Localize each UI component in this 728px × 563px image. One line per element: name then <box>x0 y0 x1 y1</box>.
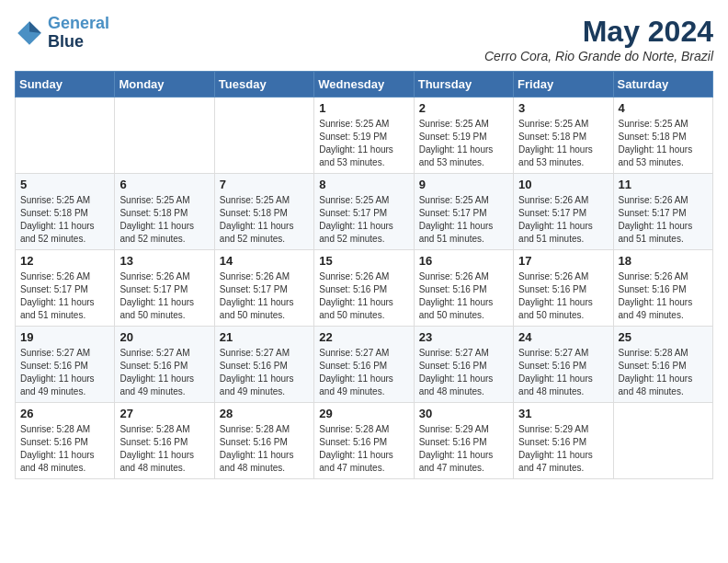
day-cell: 24Sunrise: 5:27 AMSunset: 5:16 PMDayligh… <box>514 327 613 403</box>
cell-info: Sunrise: 5:29 AMSunset: 5:16 PMDaylight:… <box>419 423 508 475</box>
day-number: 12 <box>20 254 109 268</box>
logo: General Blue <box>15 15 109 52</box>
day-cell: 12Sunrise: 5:26 AMSunset: 5:17 PMDayligh… <box>16 250 115 327</box>
cell-info: Sunrise: 5:26 AMSunset: 5:17 PMDaylight:… <box>518 194 608 246</box>
day-number: 1 <box>319 101 408 115</box>
cell-info: Sunrise: 5:28 AMSunset: 5:16 PMDaylight:… <box>20 423 109 475</box>
cell-info: Sunrise: 5:26 AMSunset: 5:16 PMDaylight:… <box>619 270 708 322</box>
title-area: May 2024 Cerro Cora, Rio Grande do Norte… <box>484 15 713 63</box>
day-cell <box>16 98 115 174</box>
day-number: 19 <box>20 330 109 344</box>
day-cell <box>613 403 712 479</box>
day-cell: 4Sunrise: 5:25 AMSunset: 5:18 PMDaylight… <box>613 98 712 174</box>
day-number: 9 <box>419 178 508 191</box>
day-cell: 29Sunrise: 5:28 AMSunset: 5:16 PMDayligh… <box>314 403 414 479</box>
cell-info: Sunrise: 5:25 AMSunset: 5:17 PMDaylight:… <box>419 194 508 246</box>
day-cell <box>115 98 214 174</box>
day-number: 6 <box>119 178 209 191</box>
cell-info: Sunrise: 5:26 AMSunset: 5:17 PMDaylight:… <box>119 270 209 322</box>
svg-marker-1 <box>29 21 41 33</box>
cell-info: Sunrise: 5:26 AMSunset: 5:17 PMDaylight:… <box>20 270 109 322</box>
cell-info: Sunrise: 5:25 AMSunset: 5:19 PMDaylight:… <box>419 118 508 169</box>
day-number: 25 <box>619 330 708 344</box>
day-cell: 9Sunrise: 5:25 AMSunset: 5:17 PMDaylight… <box>414 174 513 250</box>
day-number: 28 <box>220 407 309 420</box>
day-number: 20 <box>119 330 209 344</box>
weekday-header-row: SundayMondayTuesdayWednesdayThursdayFrid… <box>16 72 713 98</box>
day-cell: 28Sunrise: 5:28 AMSunset: 5:16 PMDayligh… <box>214 403 313 479</box>
cell-info: Sunrise: 5:27 AMSunset: 5:16 PMDaylight:… <box>119 347 209 398</box>
cell-info: Sunrise: 5:26 AMSunset: 5:17 PMDaylight:… <box>220 270 309 322</box>
cell-info: Sunrise: 5:28 AMSunset: 5:16 PMDaylight:… <box>319 423 408 475</box>
day-number: 16 <box>419 254 508 268</box>
weekday-header-saturday: Saturday <box>613 72 712 98</box>
cell-info: Sunrise: 5:25 AMSunset: 5:18 PMDaylight:… <box>220 194 309 246</box>
weekday-header-monday: Monday <box>115 72 214 98</box>
cell-info: Sunrise: 5:27 AMSunset: 5:16 PMDaylight:… <box>419 347 508 398</box>
day-number: 14 <box>220 254 309 268</box>
week-row-4: 19Sunrise: 5:27 AMSunset: 5:16 PMDayligh… <box>16 327 713 403</box>
cell-info: Sunrise: 5:27 AMSunset: 5:16 PMDaylight:… <box>319 347 408 398</box>
day-cell: 23Sunrise: 5:27 AMSunset: 5:16 PMDayligh… <box>414 327 513 403</box>
location-title: Cerro Cora, Rio Grande do Norte, Brazil <box>484 49 713 63</box>
week-row-3: 12Sunrise: 5:26 AMSunset: 5:17 PMDayligh… <box>16 250 713 327</box>
cell-info: Sunrise: 5:26 AMSunset: 5:17 PMDaylight:… <box>619 194 708 246</box>
day-number: 11 <box>619 178 708 191</box>
cell-info: Sunrise: 5:29 AMSunset: 5:16 PMDaylight:… <box>518 423 608 475</box>
day-number: 8 <box>319 178 408 191</box>
day-cell: 17Sunrise: 5:26 AMSunset: 5:16 PMDayligh… <box>514 250 613 327</box>
calendar-table: SundayMondayTuesdayWednesdayThursdayFrid… <box>15 71 713 479</box>
day-number: 26 <box>20 407 109 420</box>
day-cell: 26Sunrise: 5:28 AMSunset: 5:16 PMDayligh… <box>16 403 115 479</box>
week-row-5: 26Sunrise: 5:28 AMSunset: 5:16 PMDayligh… <box>16 403 713 479</box>
day-cell: 30Sunrise: 5:29 AMSunset: 5:16 PMDayligh… <box>414 403 513 479</box>
weekday-header-wednesday: Wednesday <box>314 72 414 98</box>
day-cell <box>214 98 313 174</box>
logo-text: General Blue <box>48 15 109 52</box>
day-number: 7 <box>220 178 309 191</box>
day-number: 15 <box>319 254 408 268</box>
cell-info: Sunrise: 5:25 AMSunset: 5:18 PMDaylight:… <box>619 118 708 169</box>
weekday-header-tuesday: Tuesday <box>214 72 313 98</box>
weekday-header-sunday: Sunday <box>16 72 115 98</box>
day-number: 23 <box>419 330 508 344</box>
weekday-header-thursday: Thursday <box>414 72 513 98</box>
cell-info: Sunrise: 5:26 AMSunset: 5:16 PMDaylight:… <box>319 270 408 322</box>
logo-icon <box>15 18 44 48</box>
day-cell: 1Sunrise: 5:25 AMSunset: 5:19 PMDaylight… <box>314 98 414 174</box>
cell-info: Sunrise: 5:25 AMSunset: 5:18 PMDaylight:… <box>20 194 109 246</box>
day-number: 10 <box>518 178 608 191</box>
day-cell: 2Sunrise: 5:25 AMSunset: 5:19 PMDaylight… <box>414 98 513 174</box>
cell-info: Sunrise: 5:25 AMSunset: 5:18 PMDaylight:… <box>119 194 209 246</box>
month-title: May 2024 <box>484 15 713 49</box>
day-cell: 5Sunrise: 5:25 AMSunset: 5:18 PMDaylight… <box>16 174 115 250</box>
header: General Blue May 2024 Cerro Cora, Rio Gr… <box>15 15 713 63</box>
cell-info: Sunrise: 5:25 AMSunset: 5:17 PMDaylight:… <box>319 194 408 246</box>
day-number: 18 <box>619 254 708 268</box>
cell-info: Sunrise: 5:27 AMSunset: 5:16 PMDaylight:… <box>20 347 109 398</box>
cell-info: Sunrise: 5:26 AMSunset: 5:16 PMDaylight:… <box>518 270 608 322</box>
day-cell: 8Sunrise: 5:25 AMSunset: 5:17 PMDaylight… <box>314 174 414 250</box>
day-number: 17 <box>518 254 608 268</box>
day-number: 3 <box>518 101 608 115</box>
day-cell: 31Sunrise: 5:29 AMSunset: 5:16 PMDayligh… <box>514 403 613 479</box>
day-cell: 20Sunrise: 5:27 AMSunset: 5:16 PMDayligh… <box>115 327 214 403</box>
day-cell: 3Sunrise: 5:25 AMSunset: 5:18 PMDaylight… <box>514 98 613 174</box>
day-number: 24 <box>518 330 608 344</box>
day-number: 13 <box>119 254 209 268</box>
day-cell: 25Sunrise: 5:28 AMSunset: 5:16 PMDayligh… <box>613 327 712 403</box>
cell-info: Sunrise: 5:25 AMSunset: 5:18 PMDaylight:… <box>518 118 608 169</box>
week-row-2: 5Sunrise: 5:25 AMSunset: 5:18 PMDaylight… <box>16 174 713 250</box>
day-number: 27 <box>119 407 209 420</box>
day-cell: 7Sunrise: 5:25 AMSunset: 5:18 PMDaylight… <box>214 174 313 250</box>
day-cell: 19Sunrise: 5:27 AMSunset: 5:16 PMDayligh… <box>16 327 115 403</box>
day-cell: 13Sunrise: 5:26 AMSunset: 5:17 PMDayligh… <box>115 250 214 327</box>
cell-info: Sunrise: 5:27 AMSunset: 5:16 PMDaylight:… <box>518 347 608 398</box>
day-cell: 11Sunrise: 5:26 AMSunset: 5:17 PMDayligh… <box>613 174 712 250</box>
day-cell: 21Sunrise: 5:27 AMSunset: 5:16 PMDayligh… <box>214 327 313 403</box>
week-row-1: 1Sunrise: 5:25 AMSunset: 5:19 PMDaylight… <box>16 98 713 174</box>
day-number: 22 <box>319 330 408 344</box>
day-number: 4 <box>619 101 708 115</box>
day-cell: 14Sunrise: 5:26 AMSunset: 5:17 PMDayligh… <box>214 250 313 327</box>
weekday-header-friday: Friday <box>514 72 613 98</box>
